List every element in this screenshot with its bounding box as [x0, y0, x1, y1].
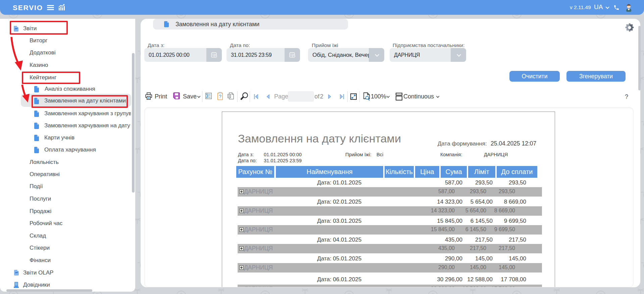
svg-text:?: ?	[219, 94, 221, 99]
